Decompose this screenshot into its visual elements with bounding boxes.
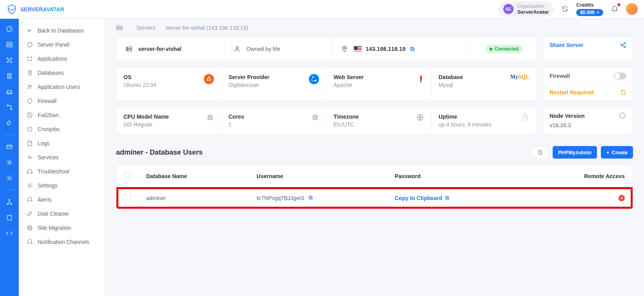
- svg-point-24: [31, 85, 32, 87]
- refresh-button[interactable]: [560, 4, 570, 14]
- server-info-card: OS Ubuntu 22.04 Server Provider: [116, 67, 537, 101]
- breadcrumb-home-icon[interactable]: [116, 24, 123, 31]
- svg-rect-31: [117, 26, 122, 28]
- credits-pill[interactable]: $0.000 +: [576, 9, 603, 16]
- remote-access-deny-icon[interactable]: [619, 195, 625, 201]
- sidebar-item-settings[interactable]: Settings: [19, 179, 105, 193]
- section-header: adminer - Database Users PHPMyAdmin + Cr…: [116, 146, 633, 159]
- copy-ip-icon[interactable]: [410, 46, 415, 52]
- svg-point-23: [28, 85, 30, 87]
- sidebar-item-databases[interactable]: Databases: [19, 66, 105, 80]
- notifications-button[interactable]: [610, 4, 620, 14]
- row-checkbox[interactable]: [124, 194, 131, 200]
- restart-required-row[interactable]: Restart Required: [543, 84, 633, 100]
- rail-divider: [5, 135, 14, 135]
- create-label: Create: [612, 150, 628, 155]
- rail-settings-icon[interactable]: [5, 174, 13, 182]
- sidebar-item-applications[interactable]: Applications: [19, 52, 105, 66]
- rail-billing-icon[interactable]: [5, 143, 13, 151]
- sidebar-item-server-panel[interactable]: Server Panel: [19, 38, 105, 52]
- flag-us-icon: [354, 46, 362, 52]
- firewall-toggle[interactable]: [614, 72, 626, 79]
- sidebar-item-firewall[interactable]: Firewall: [19, 94, 105, 108]
- sidebar-item-back-to-databases[interactable]: Back to Databases: [19, 23, 105, 38]
- rail-monitor-icon[interactable]: [5, 119, 13, 127]
- rail-cluster-icon[interactable]: [5, 198, 13, 206]
- sidebar-label: Notification Channels: [38, 239, 89, 245]
- svg-point-10: [11, 108, 12, 110]
- copy-username-icon[interactable]: [308, 195, 313, 200]
- svg-point-18: [28, 57, 29, 58]
- svg-point-6: [11, 61, 12, 63]
- sidebar-item-troubleshoot[interactable]: Troubleshoot: [19, 164, 105, 179]
- sidebar-item-fail2ban[interactable]: Fail2ban: [19, 108, 105, 122]
- digitalocean-icon: [309, 74, 319, 84]
- svg-point-21: [31, 60, 32, 61]
- restart-label: Restart Required: [550, 89, 594, 96]
- sidebar-item-alerts[interactable]: Alerts: [19, 193, 105, 207]
- table-row[interactable]: adminer kr7NPvgqTBJJgeiS Copy to Clipboa…: [116, 187, 633, 209]
- breadcrumb-current: server-for-vishal (143.198.118.19): [165, 25, 248, 31]
- gauge-icon: [27, 42, 33, 48]
- refresh-table-button[interactable]: [532, 146, 549, 159]
- user-avatar[interactable]: [626, 3, 638, 15]
- cpu-value: DO-Regular: [123, 121, 169, 128]
- share-server-label: Share Server: [550, 42, 583, 48]
- svg-point-9: [7, 105, 8, 106]
- svg-rect-54: [310, 197, 312, 199]
- svg-rect-32: [117, 28, 122, 30]
- rail-db-icon[interactable]: [5, 72, 13, 80]
- breadcrumb-servers[interactable]: Servers: [136, 25, 155, 31]
- sidebar-label: Settings: [38, 182, 58, 189]
- sidebar-label: Back to Databases: [38, 27, 84, 34]
- rail-servers-icon[interactable]: [5, 41, 13, 49]
- rail-code-icon[interactable]: [5, 229, 13, 237]
- rail-network-icon[interactable]: [5, 103, 13, 111]
- rail-dashboard-icon[interactable]: [5, 25, 13, 33]
- firewall-toggle-row[interactable]: Firewall: [543, 68, 633, 84]
- sidebar-item-notification-channels[interactable]: Notification Channels: [19, 235, 105, 249]
- svg-rect-49: [209, 117, 211, 119]
- sidebar-item-site-migration[interactable]: Site Migration: [19, 221, 105, 235]
- svg-rect-27: [31, 172, 32, 173]
- svg-rect-39: [411, 48, 414, 51]
- user-icon: [232, 43, 243, 54]
- share-server-button[interactable]: Share Server: [543, 37, 633, 53]
- ban-icon: [27, 112, 33, 118]
- rail-docs-icon[interactable]: [5, 214, 13, 222]
- sidebar-item-application-users[interactable]: Application Users: [19, 80, 105, 94]
- status-text: Connected: [495, 46, 519, 52]
- th-username: Username: [257, 173, 395, 179]
- status-dot-icon: [490, 48, 492, 51]
- create-button[interactable]: + Create: [601, 146, 633, 159]
- credits[interactable]: Credits $0.000 +: [576, 2, 603, 16]
- nodejs-icon: [619, 112, 626, 120]
- plus-icon: +: [597, 10, 599, 15]
- ownership-label: Owned by Me: [247, 46, 280, 52]
- copy-password-button[interactable]: Copy to Clipboard: [395, 195, 533, 201]
- server-ip: 143.198.118.19: [366, 46, 406, 52]
- sidebar-item-services[interactable]: Services: [19, 150, 105, 164]
- status-badge: Connected: [486, 45, 523, 53]
- svg-point-15: [11, 204, 12, 205]
- restart-icon: [620, 89, 626, 96]
- sidebar-label: Alerts: [38, 197, 52, 203]
- phpmyadmin-button[interactable]: PHPMyAdmin: [553, 146, 597, 159]
- topbar-right: SE Organization ServerAvatar Credits $0.…: [499, 2, 638, 17]
- svg-point-20: [28, 60, 29, 61]
- rail-apps-icon[interactable]: [5, 56, 13, 64]
- copy-password-label: Copy to Clipboard: [395, 195, 442, 201]
- svg-point-42: [621, 44, 622, 46]
- svg-point-46: [210, 79, 211, 81]
- organization-selector[interactable]: SE Organization ServerAvatar: [499, 2, 553, 17]
- rail-integrations-icon[interactable]: [5, 159, 13, 166]
- logo[interactable]: SERVERAVATAR: [6, 4, 64, 15]
- sidebar-item-logs[interactable]: Logs: [19, 136, 105, 150]
- rail-storage-icon[interactable]: [5, 88, 13, 96]
- select-all-checkbox[interactable]: [124, 172, 131, 179]
- sidebar-item-cronjobs[interactable]: Cronjobs: [19, 122, 105, 136]
- node-version-card: Node Version v18.20.3: [543, 107, 633, 134]
- org-avatar: SE: [503, 4, 513, 14]
- th-database-name: Database Name: [146, 173, 257, 179]
- sidebar-item-disk-cleaner[interactable]: Disk Cleaner: [19, 207, 105, 221]
